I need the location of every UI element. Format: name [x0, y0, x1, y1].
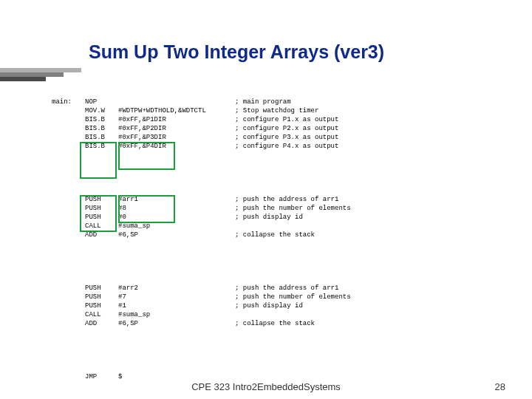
- code-line: ADD#6,SP; collapse the stack: [52, 231, 495, 239]
- code-operands: #0xFF,&P2DIR: [118, 124, 235, 133]
- code-mnemonic: PUSH: [85, 284, 118, 293]
- code-mnemonic: BIS.B: [85, 133, 118, 142]
- code-operands: #WDTPW+WDTHOLD,&WDTCTL: [118, 106, 235, 115]
- code-operands: #1: [118, 301, 235, 310]
- highlight-box: [118, 195, 175, 223]
- code-listing: main:NOP; main programMOV.W#WDTPW+WDTHOL…: [52, 80, 495, 399]
- code-comment: ; configure P4.x as output: [235, 142, 495, 151]
- code-line: JMP$: [52, 372, 495, 381]
- code-comment: ; push the number of elements: [235, 204, 495, 213]
- highlight-box: [80, 195, 117, 232]
- code-mnemonic: MOV.W: [85, 106, 118, 115]
- title-area: Sum Up Two Integer Arrays (ver3): [0, 41, 532, 63]
- code-operands: #suma_sp: [118, 310, 235, 319]
- code-operands: #0xFF,&P3DIR: [118, 133, 235, 142]
- code-block: JMP$: [52, 372, 495, 381]
- code-mnemonic: BIS.B: [85, 115, 118, 124]
- code-line: BIS.B#0xFF,&P2DIR; configure P2.x as out…: [52, 124, 495, 133]
- code-mnemonic: ADD: [85, 319, 118, 328]
- code-mnemonic: BIS.B: [85, 124, 118, 133]
- code-operands: #0xFF,&P1DIR: [118, 115, 235, 124]
- code-mnemonic: PUSH: [85, 301, 118, 310]
- code-line: PUSH#arr2; push the address of arr1: [52, 284, 495, 293]
- code-operands: #7: [118, 293, 235, 301]
- code-line: PUSH#7; push the number of elements: [52, 293, 495, 301]
- code-label: main:: [52, 98, 85, 106]
- highlight-box: [118, 142, 175, 170]
- code-line: main:NOP; main program: [52, 98, 495, 106]
- code-operands: $: [118, 372, 235, 381]
- code-line: BIS.B#0xFF,&P1DIR; configure P1.x as out…: [52, 115, 495, 124]
- rule-segment: [0, 77, 46, 81]
- code-line: MOV.W#WDTPW+WDTHOLD,&WDTCTL; Stop watchd…: [52, 106, 495, 115]
- code-line: BIS.B#0xFF,&P3DIR; configure P3.x as out…: [52, 133, 495, 142]
- code-operands: #6,SP: [118, 319, 235, 328]
- code-comment: ; configure P3.x as output: [235, 133, 495, 142]
- code-comment: ; push the address of arr1: [235, 195, 495, 204]
- footer-text: CPE 323 Intro2EmbeddedSystems: [191, 381, 341, 392]
- code-line: CALL#suma_sp: [52, 310, 495, 319]
- code-operands: #6,SP: [118, 231, 235, 239]
- code-mnemonic: CALL: [85, 310, 118, 319]
- code-comment: ; main program: [235, 98, 495, 106]
- slide-title: Sum Up Two Integer Arrays (ver3): [0, 41, 532, 63]
- code-comment: ; push the number of elements: [235, 293, 495, 301]
- code-line: PUSH#1; push display id: [52, 301, 495, 310]
- code-comment: ; configure P2.x as output: [235, 124, 495, 133]
- code-comment: ; push display id: [235, 213, 495, 222]
- code-line: ADD#6,SP; collapse the stack: [52, 319, 495, 328]
- code-operands: #arr2: [118, 284, 235, 293]
- code-mnemonic: JMP: [85, 372, 118, 381]
- code-comment: ; push display id: [235, 301, 495, 310]
- code-comment: ; configure P1.x as output: [235, 115, 495, 124]
- page-number: 28: [495, 381, 505, 392]
- code-mnemonic: NOP: [85, 98, 118, 106]
- code-mnemonic: PUSH: [85, 293, 118, 301]
- code-comment: ; Stop watchdog timer: [235, 106, 495, 115]
- slide: Sum Up Two Integer Arrays (ver3) main:NO…: [0, 0, 532, 399]
- code-comment: ; collapse the stack: [235, 319, 495, 328]
- code-block: PUSH#arr2; push the address of arr1PUSH#…: [52, 284, 495, 328]
- highlight-box: [80, 142, 117, 179]
- code-comment: ; push the address of arr1: [235, 284, 495, 293]
- code-comment: ; collapse the stack: [235, 231, 495, 239]
